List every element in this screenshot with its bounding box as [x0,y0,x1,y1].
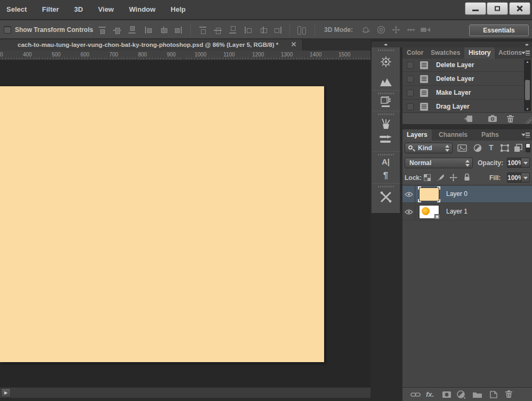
dock-grip[interactable] [378,154,394,156]
menu-window[interactable]: Window [123,0,162,13]
collapse-panels-icon[interactable]: ◂◂ [384,42,386,47]
3d-orbit-icon[interactable] [361,25,371,35]
character-panel-icon[interactable]: A| [382,157,390,166]
filter-smart-objects-icon[interactable] [514,144,522,152]
brush-presets-panel-icon[interactable] [380,118,392,130]
menu-help[interactable]: Help [164,0,192,13]
3d-materials-panel-icon[interactable] [380,96,392,108]
align-top-edges-icon[interactable] [98,27,106,34]
history-scrollbar[interactable]: ▲ ▼ [524,60,531,111]
layer0-thumbnail[interactable] [419,187,439,201]
show-transform-controls-checkbox[interactable] [4,26,11,34]
history-source-checkbox[interactable] [407,76,414,83]
maximize-button[interactable] [487,2,508,15]
history-source-checkbox[interactable] [407,103,414,110]
new-group-folder-icon[interactable] [472,391,482,398]
fill-dropdown-button[interactable] [521,173,530,183]
panel-resize-grip[interactable] [525,117,531,124]
horizontal-scrollbar[interactable]: ▶ [0,387,370,398]
new-snapshot-camera-icon[interactable] [488,114,497,122]
filter-adjustment-layers-icon[interactable] [473,144,482,152]
distribute-horizontal-centers-icon[interactable] [259,27,267,34]
layer-styles-fx-icon[interactable]: fx. [426,390,434,398]
tab-layers[interactable]: Layers [402,129,432,141]
distribute-bottom-edges-icon[interactable] [229,27,237,34]
menu-view[interactable]: View [92,0,120,13]
filtering-toggle-switch[interactable] [526,143,530,152]
dock-grip[interactable] [378,113,394,115]
filter-kind-dropdown[interactable]: Kind [405,143,453,153]
blend-mode-dropdown[interactable]: Normal [405,158,473,168]
layer-name[interactable]: Layer 0 [446,190,467,198]
delete-layer-trash-icon[interactable] [505,390,513,398]
close-button[interactable] [509,2,530,15]
panel-menu-icon[interactable] [521,50,530,56]
menu-filter[interactable]: Filter [36,0,66,13]
menu-select[interactable]: Select [0,0,33,13]
add-layer-mask-icon[interactable] [442,391,452,398]
align-left-edges-icon[interactable] [144,27,152,34]
history-source-checkbox[interactable] [407,89,414,96]
panel-menu-icon[interactable] [521,132,530,138]
dock-grip[interactable] [378,93,394,94]
document-tab[interactable]: cach-to-mau-tung-layer-vung-chon-bat-ky-… [0,39,303,51]
align-right-edges-icon[interactable] [174,27,182,34]
distribute-top-edges-icon[interactable] [199,27,207,34]
new-layer-icon[interactable] [489,390,498,399]
scroll-down-icon[interactable]: ▼ [524,108,531,111]
history-source-checkbox[interactable] [407,62,414,69]
distribute-right-edges-icon[interactable] [274,27,282,34]
scrollbar-arrow-icon[interactable]: ▶ [1,388,11,397]
align-vertical-centers-icon[interactable] [113,27,121,34]
distribute-left-edges-icon[interactable] [244,27,252,34]
history-item[interactable]: Delete Layer [402,72,523,86]
minimize-button[interactable] [465,2,486,15]
tab-history[interactable]: History [464,47,495,59]
paragraph-panel-icon[interactable]: ¶ [383,170,388,181]
eye-icon[interactable] [405,209,413,215]
layer1-thumbnail[interactable] [419,205,439,219]
lock-pixels-brush-icon[interactable] [437,174,445,182]
lock-transparency-icon[interactable] [424,174,431,181]
dock-grip[interactable] [378,50,394,51]
scrollbar-thumb[interactable] [525,80,530,100]
document-canvas[interactable] [0,86,324,362]
histogram-panel-icon[interactable] [380,77,392,87]
opacity-dropdown-button[interactable] [521,158,530,168]
new-document-from-state-icon[interactable] [464,114,473,123]
tool-presets-panel-icon[interactable] [379,190,393,204]
tab-color[interactable]: Color [402,47,428,59]
tab-swatches[interactable]: Swatches [426,47,464,59]
filter-pixel-layers-icon[interactable] [457,144,467,152]
scroll-up-icon[interactable]: ▲ [524,60,531,63]
3d-roll-icon[interactable] [376,25,386,35]
align-horizontal-centers-icon[interactable] [159,27,167,34]
tab-channels[interactable]: Channels [434,129,472,141]
3d-zoom-camera-icon[interactable] [420,25,431,35]
dock-grip[interactable] [378,186,394,187]
align-bottom-edges-icon[interactable] [128,27,136,34]
delete-state-trash-icon[interactable] [506,114,514,123]
history-item[interactable]: Drag Layer [402,100,523,113]
clone-source-panel-icon[interactable] [379,134,393,144]
tab-paths[interactable]: Paths [477,129,503,141]
distribute-vertical-centers-icon[interactable] [214,27,222,34]
eye-icon[interactable] [405,192,413,197]
new-adjustment-layer-icon[interactable] [457,390,466,399]
tab-close-icon[interactable] [291,41,297,47]
history-item[interactable]: Delete Layer [402,59,523,72]
3d-pan-icon[interactable] [391,25,401,35]
lock-all-padlock-icon[interactable] [464,173,470,181]
wheel-panel-icon[interactable] [380,55,392,68]
3d-slide-icon[interactable] [406,25,416,35]
filter-shape-layers-icon[interactable] [501,144,509,152]
history-item[interactable]: Make Layer [402,86,523,100]
menu-3d[interactable]: 3D [68,0,90,13]
layer-row-layer0[interactable]: Layer 0 [402,186,532,203]
expand-panels-icon[interactable]: ▸▸ [526,42,528,47]
link-layers-icon[interactable] [410,392,421,397]
workspace-essentials-button[interactable]: Essentials [469,24,529,36]
auto-align-layers-icon[interactable] [297,26,307,34]
layer-row-layer1[interactable]: Layer 1 [402,203,532,220]
filter-type-layers-icon[interactable]: T [489,143,494,152]
